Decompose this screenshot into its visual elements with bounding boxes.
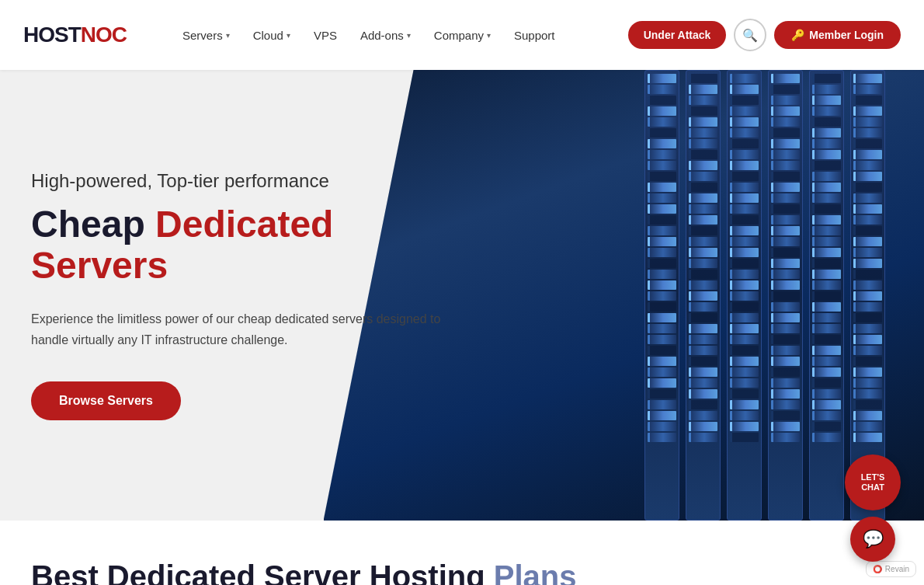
rack-unit xyxy=(812,302,841,312)
rack-unit xyxy=(853,106,882,116)
rack-unit xyxy=(812,400,841,409)
rack-unit xyxy=(771,74,800,83)
rack-unit xyxy=(648,106,676,116)
rack-unit xyxy=(689,117,717,127)
rack-unit xyxy=(812,357,841,366)
nav-item-company[interactable]: Company ▾ xyxy=(425,23,500,48)
rack-unit xyxy=(730,357,759,366)
navbar: HOSTNOC Servers ▾ Cloud ▾ VPS Add-ons ▾ … xyxy=(0,0,924,70)
chat-bubble-button[interactable]: 💬 xyxy=(850,517,895,562)
rack-unit xyxy=(853,313,882,322)
rack-unit xyxy=(648,248,676,257)
server-rack xyxy=(768,70,803,521)
rack-unit xyxy=(730,389,759,399)
rack-unit xyxy=(689,128,717,138)
rack-unit xyxy=(812,335,841,344)
rack-unit xyxy=(771,248,800,257)
rack-unit xyxy=(730,161,759,170)
under-attack-button[interactable]: Under Attack xyxy=(628,21,727,49)
rack-unit xyxy=(648,411,676,420)
rack-unit xyxy=(689,302,717,312)
rack-unit xyxy=(730,378,759,388)
rack-unit xyxy=(730,280,759,290)
key-icon: 🔑 xyxy=(791,29,804,41)
rack-unit xyxy=(648,346,676,355)
rack-unit xyxy=(648,204,676,214)
rack-unit xyxy=(812,172,841,181)
rack-unit xyxy=(853,128,882,138)
hero-content: High-powered, Top-tier performance Cheap… xyxy=(0,124,481,467)
nav-item-vps[interactable]: VPS xyxy=(304,23,346,48)
chat-icon: 💬 xyxy=(863,529,884,549)
rack-unit xyxy=(812,74,841,83)
rack-unit xyxy=(648,85,676,94)
rack-unit xyxy=(730,237,759,246)
rack-unit xyxy=(648,150,676,159)
nav-item-support[interactable]: Support xyxy=(505,23,564,48)
nav-item-servers[interactable]: Servers ▾ xyxy=(173,23,239,48)
rack-unit xyxy=(771,422,800,431)
rack-unit xyxy=(771,335,800,344)
rack-unit xyxy=(730,400,759,409)
rack-unit xyxy=(853,400,882,409)
rack-unit xyxy=(812,128,841,138)
chevron-down-icon: ▾ xyxy=(487,31,491,40)
rack-unit xyxy=(648,161,676,170)
nav-item-cloud[interactable]: Cloud ▾ xyxy=(244,23,300,48)
revain-badge[interactable]: ⭕ Revain xyxy=(866,561,916,577)
rack-unit xyxy=(648,128,676,138)
rack-unit xyxy=(853,378,882,388)
rack-unit xyxy=(771,117,800,127)
chat-lets-button[interactable]: LET'S CHAT xyxy=(845,454,901,510)
rack-unit xyxy=(648,193,676,203)
search-button[interactable]: 🔍 xyxy=(734,19,766,51)
rack-unit xyxy=(771,85,800,94)
rack-unit xyxy=(853,161,882,170)
rack-unit xyxy=(771,183,800,192)
rack-unit xyxy=(648,302,676,312)
rack-unit xyxy=(812,389,841,399)
rack-unit xyxy=(730,411,759,420)
member-login-button[interactable]: 🔑 Member Login xyxy=(774,21,901,49)
rack-unit xyxy=(689,378,717,388)
rack-unit xyxy=(730,85,759,94)
rack-unit xyxy=(730,248,759,257)
rack-unit xyxy=(812,96,841,105)
rack-unit xyxy=(771,400,800,409)
rack-unit xyxy=(730,226,759,235)
rack-unit xyxy=(648,367,676,377)
rack-unit xyxy=(812,237,841,246)
rack-unit xyxy=(771,226,800,235)
rack-unit xyxy=(812,248,841,257)
revain-icon: ⭕ xyxy=(873,565,882,573)
rack-unit xyxy=(853,346,882,355)
rack-unit xyxy=(689,161,717,170)
rack-unit xyxy=(730,215,759,225)
hero-subtitle: High-powered, Top-tier performance xyxy=(31,170,450,192)
rack-unit xyxy=(730,172,759,181)
rack-unit xyxy=(648,74,676,83)
rack-unit xyxy=(730,335,759,344)
rack-unit xyxy=(812,346,841,355)
rack-unit xyxy=(771,237,800,246)
rack-unit xyxy=(771,215,800,225)
rack-unit xyxy=(771,280,800,290)
rack-unit xyxy=(689,422,717,431)
rack-unit xyxy=(648,270,676,279)
rack-unit xyxy=(689,150,717,159)
rack-unit xyxy=(648,139,676,148)
rack-unit xyxy=(648,117,676,127)
browse-servers-button[interactable]: Browse Servers xyxy=(31,381,181,420)
rack-unit xyxy=(648,324,676,333)
logo[interactable]: HOSTNOC xyxy=(23,23,127,47)
nav-item-addons[interactable]: Add-ons ▾ xyxy=(351,23,420,48)
rack-unit xyxy=(730,259,759,268)
nav-actions: Under Attack 🔍 🔑 Member Login xyxy=(628,19,901,51)
rack-unit xyxy=(771,433,800,442)
rack-unit xyxy=(853,74,882,83)
server-rack xyxy=(686,70,721,521)
rack-unit xyxy=(648,422,676,431)
rack-unit xyxy=(812,433,841,442)
server-rack xyxy=(644,70,679,521)
rack-unit xyxy=(812,226,841,235)
